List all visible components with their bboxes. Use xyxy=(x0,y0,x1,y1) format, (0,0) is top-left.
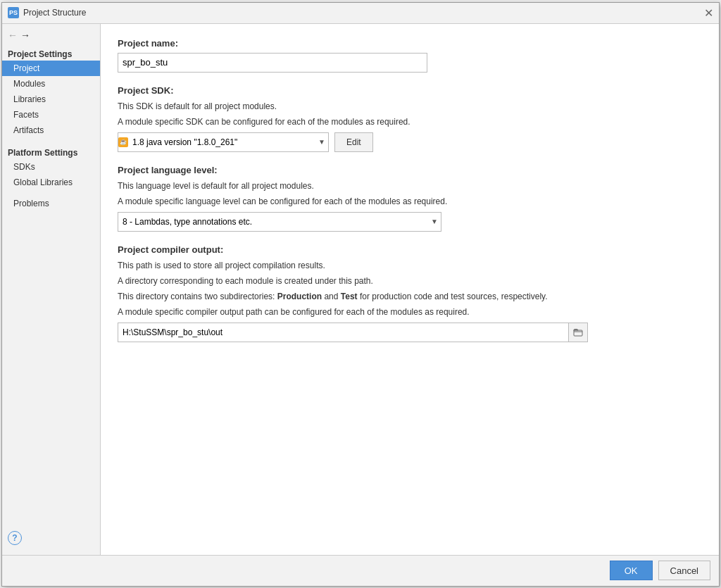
content-area: ← → Project Settings Project Modules Lib… xyxy=(2,24,719,555)
nav-row: ← → xyxy=(2,28,100,42)
language-desc2: A module specific language level can be … xyxy=(118,195,702,208)
compiler-desc1: This path is used to store all project c… xyxy=(118,259,702,272)
sidebar-item-modules[interactable]: Modules xyxy=(2,76,100,92)
nav-forward-button[interactable]: → xyxy=(20,30,30,41)
sdk-desc1: This SDK is default for all project modu… xyxy=(118,100,702,113)
language-level-dropdown[interactable]: 8 - Lambdas, type annotations etc. ▼ xyxy=(118,212,441,232)
sdk-edit-button[interactable]: Edit xyxy=(334,132,373,152)
sidebar-item-libraries[interactable]: Libraries xyxy=(2,92,100,107)
project-language-label: Project language level: xyxy=(118,165,702,175)
project-compiler-section: Project compiler output: This path is us… xyxy=(118,244,702,342)
sidebar-item-artifacts[interactable]: Artifacts xyxy=(2,123,100,138)
sidebar-item-global-libraries[interactable]: Global Libraries xyxy=(2,175,100,190)
sdk-dropdown[interactable]: ☕ 1.8 java version "1.8.0_261" ▼ xyxy=(118,132,329,152)
close-button[interactable]: ✕ xyxy=(703,8,713,18)
compiler-desc4: A module specific compiler output path c… xyxy=(118,306,702,318)
sdk-selected-value: 1.8 java version "1.8.0_261" xyxy=(128,137,315,147)
compiler-output-path-input[interactable] xyxy=(118,323,568,342)
sidebar-item-problems[interactable]: Problems xyxy=(2,196,100,211)
project-name-label: Project name: xyxy=(118,38,702,49)
language-level-value: 8 - Lambdas, type annotations etc. xyxy=(118,217,428,227)
sidebar-divider-2 xyxy=(2,190,100,196)
sidebar-divider xyxy=(2,138,100,144)
svg-rect-0 xyxy=(574,330,582,336)
title-bar-left: PS Project Structure xyxy=(8,7,86,18)
sidebar-item-sdks[interactable]: SDKs xyxy=(2,159,100,175)
sdk-dropdown-arrow-icon: ▼ xyxy=(315,138,328,146)
sidebar-bottom: ? xyxy=(2,525,100,551)
help-button[interactable]: ? xyxy=(8,531,22,545)
sidebar-item-project[interactable]: Project xyxy=(2,61,100,76)
ok-button[interactable]: OK xyxy=(610,561,653,580)
language-dropdown-arrow-icon: ▼ xyxy=(428,218,441,225)
sidebar: ← → Project Settings Project Modules Lib… xyxy=(2,24,101,555)
bottom-bar: OK Cancel xyxy=(2,555,719,586)
sdk-desc2: A module specific SDK can be configured … xyxy=(118,115,702,128)
project-sdk-label: Project SDK: xyxy=(118,85,702,96)
platform-settings-section-label: Platform Settings xyxy=(2,144,100,159)
sdk-java-icon: ☕ xyxy=(118,137,128,147)
project-name-input[interactable] xyxy=(118,53,427,73)
language-desc1: This language level is default for all p… xyxy=(118,180,702,192)
sidebar-item-facets[interactable]: Facets xyxy=(2,107,100,123)
compiler-output-browse-button[interactable] xyxy=(568,323,588,342)
cancel-button[interactable]: Cancel xyxy=(658,561,710,580)
compiler-desc3: This directory contains two subdirectori… xyxy=(118,290,702,303)
project-sdk-section: Project SDK: This SDK is default for all… xyxy=(118,85,702,152)
main-panel: Project name: Project SDK: This SDK is d… xyxy=(101,24,719,555)
nav-back-button[interactable]: ← xyxy=(8,30,18,41)
compiler-desc2: A directory corresponding to each module… xyxy=(118,275,702,287)
compiler-output-row xyxy=(118,323,702,342)
project-language-section: Project language level: This language le… xyxy=(118,165,702,232)
window-title: Project Structure xyxy=(23,8,86,18)
project-settings-section-label: Project Settings xyxy=(2,45,100,61)
compiler-output-label: Project compiler output: xyxy=(118,244,702,255)
title-bar: PS Project Structure ✕ xyxy=(2,3,719,24)
project-name-section: Project name: xyxy=(118,38,702,73)
sdk-row: ☕ 1.8 java version "1.8.0_261" ▼ Edit xyxy=(118,132,702,152)
project-structure-window: PS Project Structure ✕ ← → Project Setti… xyxy=(1,2,720,587)
window-icon: PS xyxy=(8,7,19,18)
